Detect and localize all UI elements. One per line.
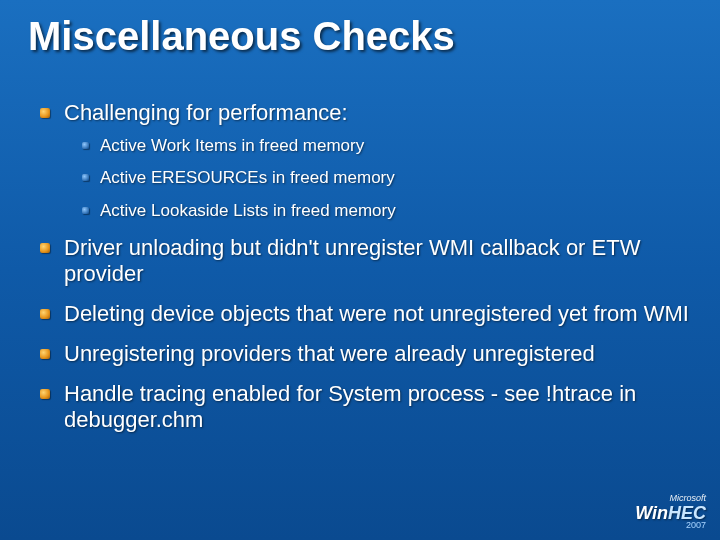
footer-brand-win: Win [635, 503, 668, 523]
slide: Miscellaneous Checks Challenging for per… [0, 0, 720, 540]
bullet-item: Challenging for performance: Active Work… [28, 100, 690, 221]
bullet-list: Challenging for performance: Active Work… [28, 100, 690, 433]
sub-bullet-text: Active Lookaside Lists in freed memory [100, 201, 396, 220]
bullet-text: Driver unloading but didn't unregister W… [64, 235, 640, 286]
slide-body: Challenging for performance: Active Work… [28, 100, 690, 447]
bullet-text: Deleting device objects that were not un… [64, 301, 689, 326]
slide-title: Miscellaneous Checks [28, 14, 455, 59]
footer-ms-label: Microsoft [635, 494, 706, 503]
bullet-item: Unregistering providers that were alread… [28, 341, 690, 367]
sub-bullet-text: Active ERESOURCEs in freed memory [100, 168, 395, 187]
sub-bullet-item: Active Lookaside Lists in freed memory [64, 201, 690, 221]
bullet-item: Deleting device objects that were not un… [28, 301, 690, 327]
bullet-text: Unregistering providers that were alread… [64, 341, 595, 366]
bullet-text: Challenging for performance: [64, 100, 348, 125]
bullet-item: Handle tracing enabled for System proces… [28, 381, 690, 433]
sub-bullet-item: Active ERESOURCEs in freed memory [64, 168, 690, 188]
sub-bullet-item: Active Work Items in freed memory [64, 136, 690, 156]
footer-logo: Microsoft WinHEC 2007 [635, 494, 706, 530]
bullet-item: Driver unloading but didn't unregister W… [28, 235, 690, 287]
bullet-text: Handle tracing enabled for System proces… [64, 381, 636, 432]
sub-bullet-text: Active Work Items in freed memory [100, 136, 364, 155]
sub-bullet-list: Active Work Items in freed memory Active… [64, 136, 690, 221]
